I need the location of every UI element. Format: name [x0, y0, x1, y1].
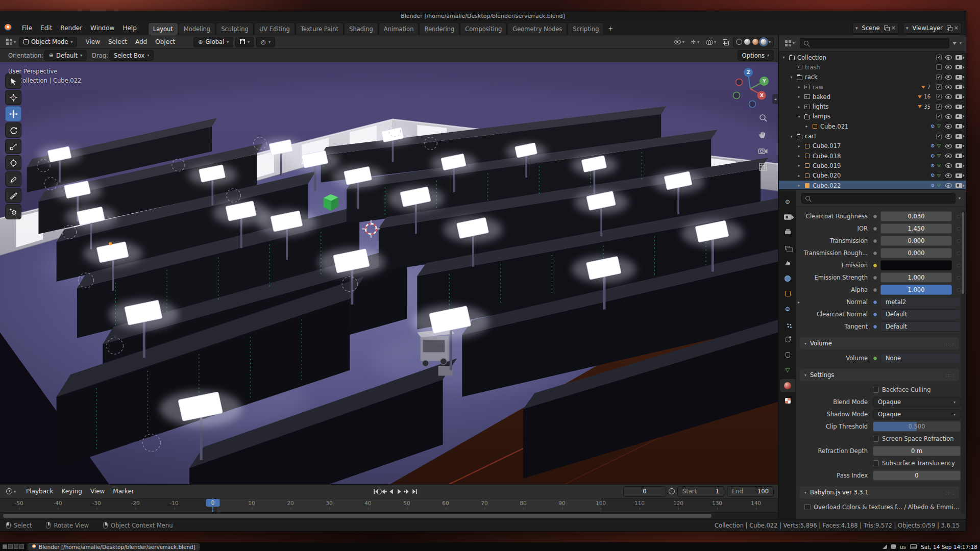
outliner-row-trash[interactable]: trash [779, 62, 966, 72]
expand-icon[interactable]: ▸ [796, 144, 802, 148]
workspace-pager[interactable] [3, 544, 24, 549]
tool-transform-button[interactable] [5, 155, 21, 170]
outliner-row-lamps[interactable]: ▾lamps [779, 112, 966, 121]
outliner-row-baked[interactable]: ▸baked16 [779, 92, 966, 102]
disable-in-renders-icon[interactable] [955, 75, 962, 80]
value-slider[interactable]: 0.500 [873, 421, 961, 432]
next-keyframe-button[interactable] [403, 487, 411, 496]
tool-scale-button[interactable] [5, 139, 21, 154]
outliner-row-cube-021[interactable]: ▸Cube.021⚙▽ [779, 121, 966, 131]
expand-icon[interactable]: ▸ [796, 163, 802, 168]
exclude-checkbox[interactable] [936, 64, 942, 70]
decorator-icon[interactable] [957, 264, 961, 267]
browse-scene-icon[interactable]: ▾ [855, 26, 858, 31]
expand-icon[interactable]: ▸ [798, 300, 800, 305]
tray-app-icon[interactable] [891, 544, 896, 549]
start-frame-field[interactable]: Start 1 [677, 486, 724, 497]
chevron-down-icon[interactable]: ▾ [959, 196, 961, 201]
checkbox[interactable] [873, 436, 879, 442]
checkbox[interactable] [804, 504, 811, 510]
pager-workspace-4[interactable] [19, 544, 24, 549]
timeline-menu-view[interactable]: View [86, 486, 109, 496]
current-frame-field[interactable]: 0 [623, 486, 666, 497]
outliner-row-cube-018[interactable]: ▸Cube.018⚙▽ [779, 151, 966, 161]
disable-in-renders-icon[interactable] [955, 163, 962, 168]
properties-tab-object[interactable] [780, 287, 795, 300]
tool-move-button[interactable] [5, 106, 21, 121]
checkbox[interactable] [873, 460, 879, 466]
network-icon[interactable] [883, 544, 887, 549]
value-slider[interactable]: 0.000 [880, 236, 952, 246]
link-field[interactable]: metal2 [880, 297, 961, 307]
options-dropdown[interactable]: Options ▾ [738, 50, 774, 61]
scrollbar-handle[interactable] [3, 514, 712, 518]
remove-viewlayer-icon[interactable]: × [954, 25, 959, 31]
disable-in-renders-icon[interactable] [955, 55, 962, 60]
properties-tab-texture[interactable] [780, 394, 795, 407]
properties-tab-tool[interactable]: ⚙ [780, 195, 795, 208]
decorator-icon[interactable] [957, 276, 961, 280]
disable-in-renders-icon[interactable] [955, 173, 962, 178]
expand-icon[interactable]: ▾ [796, 114, 802, 119]
properties-tab-particles[interactable] [780, 318, 795, 331]
previous-keyframe-button[interactable] [380, 487, 388, 496]
timeline-scrollbar[interactable] [0, 512, 778, 519]
properties-tab-object-data[interactable]: ▽ [780, 364, 795, 377]
properties-scrollbar[interactable] [961, 210, 965, 514]
exclude-checkbox[interactable] [936, 134, 942, 139]
exclude-checkbox[interactable] [936, 94, 942, 99]
hide-in-viewport-icon[interactable] [945, 173, 952, 178]
expand-icon[interactable]: ▸ [804, 124, 810, 129]
properties-tab-world[interactable] [780, 272, 795, 285]
chevron-down-icon[interactable]: ▾ [960, 41, 962, 45]
blender-logo-icon[interactable] [4, 24, 12, 32]
jump-to-end-button[interactable] [411, 487, 419, 496]
expand-icon[interactable]: ▸ [796, 94, 802, 99]
exclude-checkbox[interactable] [936, 74, 942, 80]
value-slider[interactable]: 0 m [873, 446, 961, 456]
exclude-checkbox[interactable] [936, 104, 942, 110]
hide-in-viewport-icon[interactable] [945, 85, 952, 89]
hide-in-viewport-icon[interactable] [945, 114, 952, 119]
color-swatch[interactable] [880, 260, 952, 270]
value-slider[interactable]: 1.450 [880, 223, 952, 234]
pager-workspace-2[interactable] [8, 544, 13, 549]
dropdown[interactable]: Opaque▾ [873, 397, 961, 407]
hide-in-viewport-icon[interactable] [945, 75, 952, 80]
taskbar-clock[interactable]: Sat, 14 Sep 14:17:18 [921, 544, 977, 550]
outliner-row-cube-019[interactable]: ▸Cube.019⚙▽ [779, 161, 966, 170]
checkbox[interactable] [873, 387, 879, 393]
properties-tab-constraints[interactable] [780, 348, 795, 361]
filter-icon[interactable] [952, 42, 957, 45]
disable-in-renders-icon[interactable] [955, 94, 962, 99]
hide-in-viewport-icon[interactable] [945, 124, 952, 129]
properties-tab-render[interactable] [780, 211, 795, 223]
mode-dropdown[interactable]: Object Mode ▾ [19, 37, 77, 47]
section-header-volume[interactable]: ▾Volume:::: [799, 337, 960, 350]
window-titlebar[interactable]: Blender [/home/amalie/Desktop/blender/se… [0, 11, 966, 21]
disable-in-renders-icon[interactable] [955, 183, 962, 188]
viewlayer-selector[interactable]: ▾ ViewLayer × [903, 22, 962, 34]
expand-icon[interactable]: ▸ [796, 85, 802, 89]
viewport-menu-add[interactable]: Add [131, 37, 151, 47]
editor-type-button[interactable]: ▾ [4, 38, 18, 46]
play-reverse-button[interactable] [388, 487, 396, 496]
disable-in-renders-icon[interactable] [955, 85, 962, 89]
overlays-dropdown[interactable]: ▾ [704, 39, 718, 45]
timeline-menu-marker[interactable]: Marker [109, 486, 138, 496]
browse-viewlayer-icon[interactable]: ▾ [906, 26, 909, 31]
timeline-menu-playback[interactable]: Playback [22, 486, 58, 496]
expand-icon[interactable]: ▾ [789, 75, 794, 80]
dropdown[interactable]: Opaque▾ [873, 409, 961, 419]
proportional-edit-dropdown[interactable]: ◎ ▾ [256, 37, 275, 47]
workspace-tab-geometry-nodes[interactable]: Geometry Nodes [507, 22, 567, 35]
scene-selector[interactable]: ▾ Scene × [852, 22, 899, 34]
decorator-icon[interactable] [957, 227, 961, 231]
workspace-tab-shading[interactable]: Shading [344, 22, 378, 35]
outliner-row-cart[interactable]: ▾cart [779, 131, 966, 141]
expand-icon[interactable]: ▾ [789, 134, 794, 139]
disable-in-renders-icon[interactable] [955, 114, 962, 119]
disable-in-renders-icon[interactable] [955, 105, 962, 109]
rendered-shading-button[interactable] [761, 39, 767, 45]
keyboard-layout-indicator[interactable]: us [900, 544, 906, 550]
